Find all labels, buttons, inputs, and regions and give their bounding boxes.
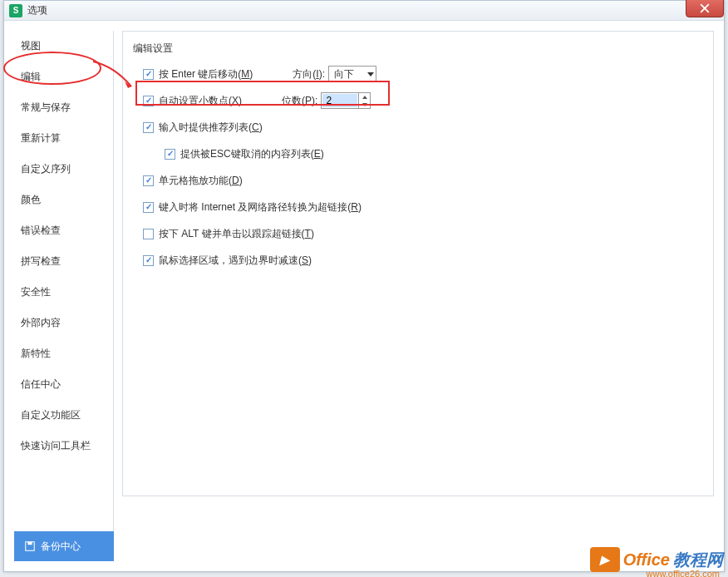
sidebar-list: 视图 编辑 常规与保存 重新计算 自定义序列 颜色 错误检查 拼写检查 安全性 …	[14, 31, 114, 531]
close-icon	[700, 3, 710, 13]
places-label: 位数(P):	[282, 94, 317, 108]
checkbox-cell-drag[interactable]	[143, 175, 154, 186]
label-auto-decimal: 自动设置小数点(X)	[159, 94, 242, 108]
places-group: 位数(P):	[282, 92, 371, 109]
row-cell-drag: 单元格拖放功能(D)	[133, 172, 698, 189]
sidebar-item-general-save[interactable]: 常规与保存	[14, 92, 112, 123]
spinner-down[interactable]	[359, 101, 370, 108]
options-dialog: S 选项 视图 编辑 常规与保存 重新计算 自定义序列 颜色 错误检查 拼写检查…	[3, 0, 725, 572]
watermark-url: www.office26.com	[647, 569, 720, 577]
label-input-suggest: 输入时提供推荐列表(C)	[159, 121, 263, 135]
spinner-up[interactable]	[359, 93, 370, 101]
app-icon: S	[9, 4, 22, 17]
label-alt-click: 按下 ALT 键并单击以跟踪超链接(T)	[159, 227, 314, 241]
watermark: ▶ Office教程网 www.office26.com	[590, 547, 723, 572]
window-title: 选项	[27, 3, 47, 17]
backup-label: 备份中心	[41, 540, 81, 554]
checkbox-input-suggest[interactable]	[143, 122, 154, 133]
watermark-text1: Office	[623, 550, 670, 570]
sidebar-item-spell-check[interactable]: 拼写检查	[14, 246, 112, 277]
sidebar-item-external[interactable]: 外部内容	[14, 308, 112, 338]
sidebar-item-new-feature[interactable]: 新特性	[14, 338, 112, 369]
places-input[interactable]	[322, 94, 357, 107]
titlebar: S 选项	[4, 1, 724, 21]
sidebar-item-custom-seq[interactable]: 自定义序列	[14, 154, 112, 185]
places-spinner[interactable]	[321, 92, 371, 109]
sidebar-item-trust-center[interactable]: 信任中心	[14, 369, 112, 400]
row-input-suggest: 输入时提供推荐列表(C)	[133, 119, 698, 136]
sidebar-item-view[interactable]: 视图	[14, 31, 112, 62]
sidebar-item-recalc[interactable]: 重新计算	[14, 123, 112, 154]
row-esc-list: 提供被ESC键取消的内容列表(E)	[133, 145, 698, 162]
close-button[interactable]	[686, 0, 724, 17]
label-enter-move: 按 Enter 键后移动(M)	[159, 67, 253, 81]
backup-center-button[interactable]: 备份中心	[14, 531, 114, 561]
checkbox-internet-link[interactable]	[143, 202, 154, 213]
sidebar-item-color[interactable]: 颜色	[14, 185, 112, 215]
content-panel: 编辑设置 按 Enter 键后移动(M) 方向(I): 向下 自动设置小数点(X…	[122, 31, 714, 496]
label-cell-drag: 单元格拖放功能(D)	[159, 174, 243, 188]
checkbox-mouse-select[interactable]	[143, 255, 154, 266]
sidebar-item-security[interactable]: 安全性	[14, 277, 112, 308]
chevron-down-icon	[367, 72, 374, 76]
sidebar-item-error-check[interactable]: 错误检查	[14, 215, 112, 246]
direction-label: 方向(I):	[293, 67, 325, 81]
direction-select[interactable]: 向下	[328, 66, 376, 82]
sidebar-item-custom-ribbon[interactable]: 自定义功能区	[14, 400, 112, 431]
row-enter-move: 按 Enter 键后移动(M) 方向(I): 向下	[133, 66, 698, 82]
checkbox-alt-click[interactable]	[143, 229, 154, 239]
spinner-buttons	[358, 93, 370, 108]
watermark-icon: ▶	[590, 547, 620, 572]
direction-group: 方向(I): 向下	[293, 66, 376, 82]
sidebar: 视图 编辑 常规与保存 重新计算 自定义序列 颜色 错误检查 拼写检查 安全性 …	[14, 31, 114, 561]
dialog-body: 视图 编辑 常规与保存 重新计算 自定义序列 颜色 错误检查 拼写检查 安全性 …	[4, 21, 724, 571]
label-mouse-select: 鼠标选择区域，遇到边界时减速(S)	[159, 254, 312, 268]
checkbox-auto-decimal[interactable]	[143, 96, 154, 106]
checkbox-esc-list[interactable]	[165, 149, 175, 160]
svg-rect-1	[27, 542, 32, 545]
sidebar-item-edit[interactable]: 编辑	[14, 62, 112, 92]
row-alt-click: 按下 ALT 键并单击以跟踪超链接(T)	[133, 225, 698, 242]
label-internet-link: 键入时将 Internet 及网络路径转换为超链接(R)	[159, 200, 362, 215]
row-internet-link: 键入时将 Internet 及网络路径转换为超链接(R)	[133, 199, 698, 215]
section-title: 编辑设置	[133, 42, 698, 56]
direction-value: 向下	[334, 67, 354, 81]
label-esc-list: 提供被ESC键取消的内容列表(E)	[180, 147, 324, 161]
watermark-text2: 教程网	[673, 549, 723, 571]
row-mouse-select: 鼠标选择区域，遇到边界时减速(S)	[133, 252, 698, 269]
sidebar-item-quick-access[interactable]: 快速访问工具栏	[14, 431, 112, 461]
backup-icon	[24, 540, 36, 552]
checkbox-enter-move[interactable]	[143, 69, 154, 80]
row-auto-decimal: 自动设置小数点(X) 位数(P):	[133, 92, 698, 109]
